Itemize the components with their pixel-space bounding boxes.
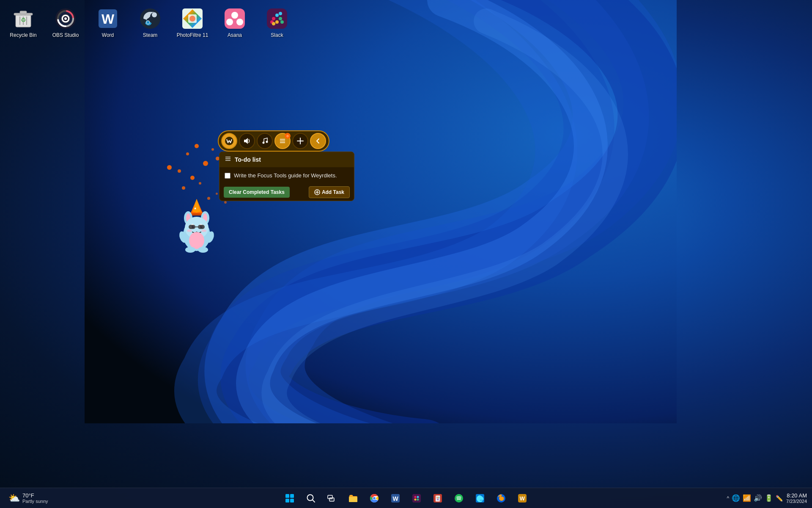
svg-rect-34 (272, 22, 275, 25)
tray-battery-icon[interactable]: 🔋 (765, 494, 773, 502)
add-widget-button[interactable] (292, 133, 308, 149)
task-view-button[interactable] (323, 489, 341, 508)
search-button[interactable] (302, 489, 320, 508)
firefox-button[interactable] (492, 489, 510, 508)
desktop-icon-steam[interactable]: Steam (131, 4, 169, 42)
svg-point-70 (189, 232, 204, 249)
slack-taskbar-button[interactable] (407, 489, 426, 508)
svg-rect-75 (285, 494, 289, 498)
tray-volume-icon[interactable]: 🔊 (754, 494, 762, 502)
start-menu-button[interactable] (280, 489, 299, 508)
desktop-icon-obs-studio[interactable]: OBS Studio (47, 4, 85, 42)
todo-widget: To-do list Write the Focus Tools guide f… (219, 152, 354, 201)
weather-icon: ⛅ (8, 493, 20, 504)
asana-label: Asana (228, 32, 242, 39)
photofiltre-label: PhotoFiltre 11 (177, 32, 208, 39)
taskbar-center: W 🃏 (280, 489, 532, 508)
particle (203, 161, 208, 166)
svg-rect-3 (20, 11, 27, 14)
svg-point-69 (201, 229, 206, 232)
svg-point-90 (414, 496, 417, 498)
word-taskbar-button[interactable]: W (386, 489, 405, 508)
svg-rect-83 (349, 497, 357, 502)
svg-rect-27 (272, 17, 275, 20)
todo-button[interactable]: 0 (274, 133, 291, 149)
system-clock[interactable]: 8:20 AM 7/23/2024 (786, 492, 807, 504)
svg-point-93 (414, 498, 417, 500)
todo-badge: 0 (285, 133, 291, 139)
unknown-app-button[interactable]: 🃏 (428, 489, 447, 508)
desktop-icon-asana[interactable]: Asana (216, 4, 254, 42)
todo-header: To-do list (219, 152, 354, 167)
desktop-icons: ♻ Recycle Bin OBS Studio (4, 4, 296, 42)
tray-pen-icon[interactable]: ✏️ (776, 495, 783, 502)
svg-point-17 (146, 21, 150, 24)
steam-label: Steam (143, 32, 158, 39)
weyrdlet-mascot: ★ (169, 195, 224, 254)
desktop-icon-word[interactable]: W Word (89, 4, 127, 42)
particle (167, 165, 172, 170)
particle (195, 144, 199, 148)
svg-text:W: W (392, 495, 398, 502)
todo-item: Write the Focus Tools guide for Weyrdlet… (225, 171, 349, 180)
svg-rect-31 (279, 17, 282, 20)
svg-rect-89 (412, 494, 421, 502)
todo-footer: Clear Completed Tasks Add Task (219, 184, 354, 201)
clock-date: 7/23/2024 (786, 499, 807, 504)
svg-point-16 (152, 12, 157, 17)
tray-wifi-icon[interactable]: 📶 (743, 494, 751, 502)
edge-button[interactable] (471, 489, 489, 508)
weather-condition: Partly sunny (22, 499, 48, 504)
svg-rect-65 (189, 225, 195, 229)
desktop-icon-photofiltre[interactable]: PhotoFiltre 11 (173, 4, 211, 42)
particle (211, 148, 214, 151)
svg-text:W: W (102, 11, 115, 27)
weather-widget[interactable]: ⛅ 70°F Partly sunny (5, 491, 52, 505)
particle (224, 201, 227, 204)
word-label: Word (102, 32, 114, 39)
spotify-button[interactable] (450, 489, 468, 508)
svg-marker-50 (192, 199, 201, 213)
taskbar-right: ^ 🌐 📶 🔊 🔋 ✏️ 8:20 AM 7/23/2024 (727, 492, 812, 504)
slack-label: Slack (271, 32, 283, 39)
svg-rect-32 (280, 20, 284, 24)
collapse-button[interactable] (310, 133, 326, 149)
svg-text:🃏: 🃏 (434, 495, 442, 502)
svg-rect-76 (290, 494, 294, 498)
svg-rect-78 (290, 499, 294, 502)
todo-list-icon (225, 155, 231, 164)
svg-rect-30 (279, 12, 282, 15)
tray-network-icon[interactable]: 🌐 (732, 494, 740, 502)
particle (182, 186, 185, 190)
weyrdlets-taskbar-button[interactable]: W (513, 489, 532, 508)
music-button[interactable] (257, 133, 273, 149)
clear-tasks-button[interactable]: Clear Completed Tasks (224, 187, 290, 198)
particle (199, 182, 201, 185)
particle (186, 152, 189, 155)
clock-time: 8:20 AM (787, 492, 807, 499)
weyrdlet-toolbar: 0 (218, 130, 329, 152)
chrome-button[interactable] (365, 489, 384, 508)
todo-body: Write the Focus Tools guide for Weyrdlet… (219, 167, 354, 184)
add-task-button[interactable]: Add Task (309, 186, 350, 198)
desktop: ♻ Recycle Bin OBS Studio (0, 0, 812, 508)
weyrdlet-main-button[interactable] (221, 133, 237, 149)
desktop-icon-slack[interactable]: Slack (258, 4, 296, 42)
recycle-bin-label: Recycle Bin (10, 32, 36, 39)
svg-point-24 (226, 19, 233, 25)
svg-rect-82 (329, 498, 334, 501)
tray-chevron[interactable]: ^ (727, 495, 729, 501)
file-explorer-button[interactable] (344, 489, 362, 508)
volume-button[interactable] (239, 133, 255, 149)
photofiltre-icon (181, 8, 203, 30)
system-tray: ^ 🌐 📶 🔊 🔋 ✏️ (727, 494, 783, 502)
svg-text:♻: ♻ (21, 17, 26, 23)
todo-checkbox-1[interactable] (225, 173, 230, 179)
desktop-icon-recycle-bin[interactable]: ♻ Recycle Bin (4, 4, 42, 42)
svg-rect-77 (285, 499, 289, 502)
svg-rect-33 (275, 20, 279, 24)
word-icon: W (97, 8, 119, 30)
add-task-label: Add Task (322, 189, 344, 195)
svg-point-36 (263, 142, 265, 144)
svg-text:★: ★ (194, 207, 197, 210)
